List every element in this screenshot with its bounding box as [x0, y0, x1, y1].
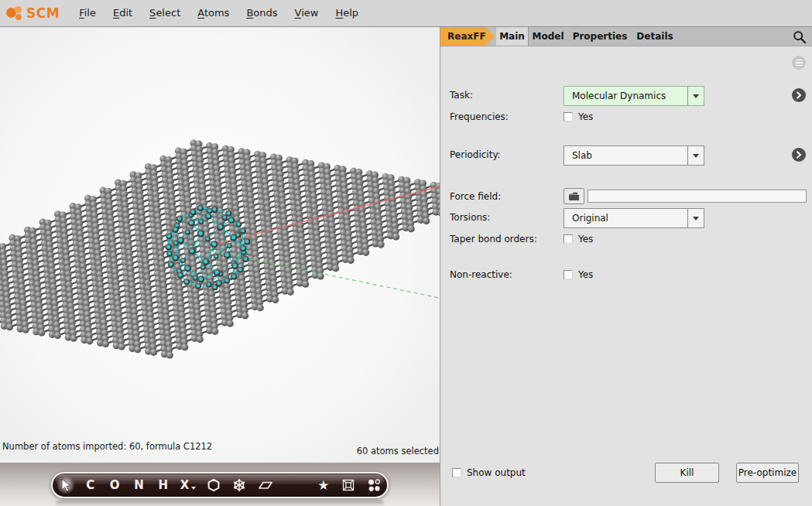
show-output-label: Show output	[467, 467, 526, 478]
taper-bond-orders-checkbox[interactable]	[564, 234, 573, 244]
periodicity-combo-arrow[interactable]	[687, 146, 704, 165]
box-wireframe-icon	[341, 478, 355, 492]
task-label: Task:	[450, 90, 473, 101]
caret-down-icon	[693, 154, 699, 158]
import-status-text: Number of atoms imported: 60, formula C1…	[2, 441, 212, 452]
favorites-tool-button[interactable]: ★	[311, 474, 335, 497]
menu-bar: SCM File Edit Select Atoms Bonds View He…	[0, 0, 812, 27]
star-icon: ★	[317, 477, 329, 493]
menu-view[interactable]: View	[286, 0, 327, 27]
menu-atoms[interactable]: Atoms	[189, 0, 238, 27]
cursor-arrow-icon	[59, 478, 73, 492]
taper-bond-orders-label: Taper bond orders:	[450, 234, 537, 244]
element-x-label: X	[180, 478, 190, 492]
scm-logo: SCM	[6, 4, 60, 22]
task-value: Molecular Dynamics	[564, 91, 687, 101]
menu-select[interactable]: Select	[141, 0, 189, 27]
search-icon[interactable]	[793, 30, 807, 44]
element-x-button[interactable]: X	[175, 474, 200, 497]
torsions-combobox[interactable]: Original	[564, 208, 704, 228]
preoptimize-button[interactable]: Pre-optimize	[736, 463, 799, 483]
panels-tool-button[interactable]	[361, 474, 387, 497]
chevron-right-icon	[794, 91, 803, 100]
parallelogram-icon	[258, 478, 273, 492]
tab-main[interactable]: Main	[496, 27, 529, 46]
force-field-browse-button[interactable]	[564, 188, 584, 204]
selection-status-text: 60 atoms selected	[357, 446, 439, 456]
non-reactive-label: Non-reactive:	[450, 269, 512, 280]
tab-details[interactable]: Details	[632, 27, 677, 46]
select-tool-button[interactable]	[53, 474, 78, 497]
periodicity-label: Periodicity:	[450, 149, 501, 160]
app-badge-reaxff: ReaxFF	[440, 27, 495, 46]
caret-down-icon	[693, 217, 699, 221]
non-reactive-option-label: Yes	[578, 269, 593, 280]
chevron-right-icon	[794, 150, 803, 159]
tab-properties[interactable]: Properties	[567, 27, 632, 46]
folder-icon	[568, 192, 580, 201]
torsions-label: Torsions:	[450, 212, 490, 223]
non-reactive-checkbox[interactable]	[564, 270, 573, 279]
force-field-input[interactable]	[588, 190, 807, 203]
snowflake-icon	[232, 478, 246, 492]
frequencies-label: Frequencies:	[450, 111, 509, 122]
tab-model[interactable]: Model	[529, 27, 567, 46]
frequencies-option-label: Yes	[578, 111, 593, 122]
dots-cluster-icon	[367, 478, 382, 493]
ring-tool-button[interactable]	[201, 474, 227, 497]
reaxff-input-panel: ReaxFF Main Model Properties Details Tas…	[440, 27, 812, 506]
crystal-tool-button[interactable]	[227, 474, 252, 497]
kill-button[interactable]: Kill	[655, 463, 719, 483]
tab-bar: ReaxFF Main Model Properties Details	[440, 27, 812, 46]
element-n-button[interactable]: N	[127, 474, 151, 497]
molecule-scene[interactable]	[0, 27, 440, 463]
torsions-value: Original	[564, 213, 687, 224]
task-detail-button[interactable]	[792, 88, 806, 102]
menu-edit[interactable]: Edit	[104, 0, 141, 27]
cell-tool-button[interactable]	[336, 474, 361, 497]
scm-reaxff-window: SCM File Edit Select Atoms Bonds View He…	[0, 0, 812, 506]
periodicity-value: Slab	[564, 150, 687, 161]
element-o-button[interactable]: O	[103, 474, 127, 497]
scm-logo-icon	[6, 4, 26, 22]
caret-down-icon	[693, 94, 699, 98]
element-x-dropdown-caret-icon	[191, 487, 196, 490]
menu-bonds[interactable]: Bonds	[238, 0, 286, 27]
element-h-button[interactable]: H	[151, 474, 175, 497]
torsions-combo-arrow[interactable]	[687, 209, 704, 227]
tool-pill: C O N H X	[51, 472, 389, 498]
menu-help[interactable]: Help	[327, 0, 367, 27]
menu-file[interactable]: File	[70, 0, 104, 27]
tool-strip: C O N H X	[0, 463, 440, 506]
scm-logo-text: SCM	[26, 5, 60, 21]
hamburger-icon	[796, 59, 803, 67]
plane-tool-button[interactable]	[252, 474, 278, 497]
molecule-viewport[interactable]: Number of atoms imported: 60, formula C1…	[0, 27, 440, 463]
panel-menu-button[interactable]	[792, 56, 806, 70]
periodicity-detail-button[interactable]	[792, 148, 806, 162]
show-output-checkbox[interactable]	[452, 468, 461, 477]
taper-option-label: Yes	[578, 234, 593, 244]
task-combo-arrow[interactable]	[687, 87, 704, 105]
frequencies-checkbox[interactable]	[564, 112, 573, 121]
hexagon-icon	[207, 478, 221, 492]
pill-reflection	[56, 501, 384, 506]
force-field-label: Force field:	[450, 191, 501, 202]
periodicity-combobox[interactable]: Slab	[564, 145, 704, 166]
task-combobox[interactable]: Molecular Dynamics	[564, 86, 704, 106]
element-c-button[interactable]: C	[78, 474, 102, 497]
